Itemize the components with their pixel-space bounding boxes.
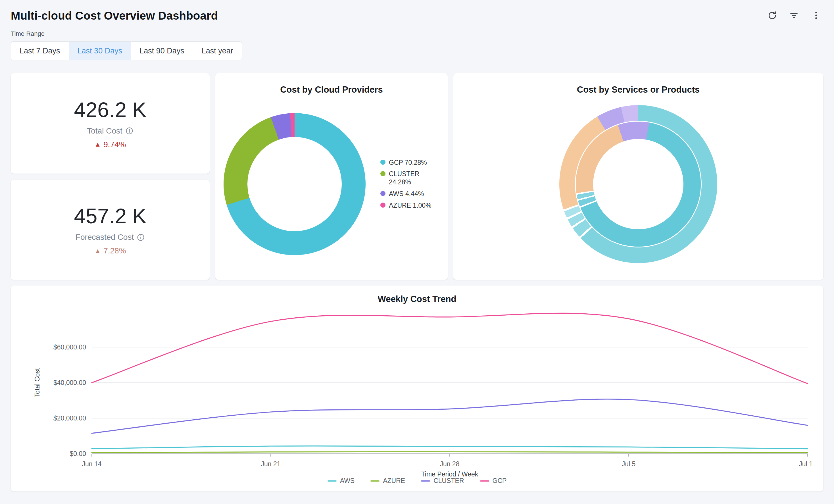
weekly-cost-trend-card: Weekly Cost Trend $0.00$20,000.00$40,000… — [11, 286, 823, 491]
legend-label: AWS 4.44% — [389, 190, 424, 198]
svg-text:Jul 12: Jul 12 — [799, 460, 813, 468]
legend-dot — [380, 191, 386, 196]
legend-item-cluster[interactable]: CLUSTER 24.28% — [380, 170, 439, 187]
legend-label: CLUSTER 24.28% — [389, 170, 439, 187]
cost-by-services-card: Cost by Services or Products — [453, 73, 823, 280]
svg-text:Jun 14: Jun 14 — [82, 460, 102, 468]
forecasted-cost-label: Forecasted Cost — [75, 233, 134, 242]
delta-up-icon: ▲ — [94, 141, 101, 148]
donut-hole — [247, 137, 342, 231]
info-icon[interactable] — [125, 127, 133, 135]
kpi-column: 426.2 K Total Cost ▲ 9.74% 457.2 K Forec… — [11, 73, 210, 280]
legend-line-swatch — [480, 480, 489, 482]
time-range-option-last-year[interactable]: Last year — [193, 42, 242, 60]
provider-chart-title: Cost by Cloud Providers — [222, 85, 441, 95]
svg-text:$0.00: $0.00 — [70, 450, 86, 457]
trend-legend-item-aws[interactable]: AWS — [328, 477, 355, 485]
services-sunburst-chart[interactable] — [559, 105, 717, 263]
legend-dot — [380, 202, 386, 208]
trend-legend-item-cluster[interactable]: CLUSTER — [421, 477, 464, 485]
info-icon[interactable] — [137, 233, 145, 241]
provider-chart-area: GCP 70.28% CLUSTER 24.28% AWS 4.44% AZUR… — [222, 95, 441, 273]
svg-text:Time Period / Week: Time Period / Week — [421, 470, 478, 477]
total-cost-value: 426.2 K — [74, 98, 146, 122]
svg-text:$20,000.00: $20,000.00 — [53, 415, 86, 422]
top-row: 426.2 K Total Cost ▲ 9.74% 457.2 K Forec… — [11, 73, 823, 280]
refresh-icon — [767, 10, 776, 21]
header: Multi-cloud Cost Overview Dashboard — [11, 4, 823, 27]
time-range-option-last-90-days[interactable]: Last 90 Days — [131, 42, 193, 60]
time-range-label: Time Range — [11, 30, 823, 38]
legend-label: AZURE 1.00% — [389, 201, 432, 210]
trend-legend-item-gcp[interactable]: GCP — [480, 477, 507, 485]
time-range-option-last-7-days[interactable]: Last 7 Days — [11, 42, 69, 60]
more-options-button[interactable] — [809, 8, 823, 23]
svg-text:Jul 5: Jul 5 — [622, 460, 636, 468]
services-chart-area — [460, 95, 816, 273]
svg-text:$40,000.00: $40,000.00 — [53, 379, 86, 387]
legend-item-aws[interactable]: AWS 4.44% — [380, 190, 439, 198]
dashboard-page: Multi-cloud Cost Overview Dashboard Time… — [0, 0, 834, 500]
filter-button[interactable] — [787, 8, 801, 23]
legend-dot — [380, 160, 386, 165]
forecasted-cost-card: 457.2 K Forecasted Cost ▲ 7.28% — [11, 180, 210, 280]
svg-text:$60,000.00: $60,000.00 — [53, 344, 86, 351]
provider-legend: GCP 70.28% CLUSTER 24.28% AWS 4.44% AZUR… — [380, 158, 439, 210]
total-cost-delta: ▲ 9.74% — [94, 140, 126, 149]
trend-legend-item-azure[interactable]: AZURE — [370, 477, 405, 485]
legend-label: CLUSTER — [434, 477, 464, 485]
legend-item-azure[interactable]: AZURE 1.00% — [380, 201, 439, 210]
svg-text:Total Cost: Total Cost — [34, 368, 41, 397]
legend-label: AWS — [340, 477, 355, 485]
kebab-menu-icon — [811, 10, 821, 21]
delta-up-icon: ▲ — [94, 248, 101, 254]
legend-line-swatch — [328, 480, 336, 482]
filter-icon — [789, 10, 799, 21]
total-cost-card: 426.2 K Total Cost ▲ 9.74% — [11, 73, 210, 174]
svg-text:Jun 28: Jun 28 — [440, 460, 459, 468]
time-range-selector: Last 7 Days Last 30 Days Last 90 Days La… — [11, 42, 242, 60]
forecasted-cost-delta: ▲ 7.28% — [94, 246, 126, 256]
legend-item-gcp[interactable]: GCP 70.28% — [380, 158, 439, 167]
legend-line-swatch — [421, 480, 430, 482]
legend-line-swatch — [370, 480, 379, 482]
total-cost-delta-value: 9.74% — [103, 140, 126, 149]
forecasted-cost-value: 457.2 K — [74, 204, 146, 228]
legend-label: AZURE — [383, 477, 405, 485]
trend-legend: AWS AZURE CLUSTER GCP — [328, 477, 507, 485]
provider-donut-chart[interactable] — [223, 113, 366, 255]
svg-text:Jun 21: Jun 21 — [261, 460, 280, 468]
page-title: Multi-cloud Cost Overview Dashboard — [11, 9, 218, 22]
weekly-trend-svg[interactable]: $0.00$20,000.00$40,000.00$60,000.00Jun 1… — [21, 306, 813, 477]
sunburst-hole — [594, 140, 683, 228]
header-actions — [765, 8, 823, 23]
trend-chart-title: Weekly Cost Trend — [378, 294, 457, 304]
refresh-button[interactable] — [765, 8, 779, 23]
forecasted-cost-delta-value: 7.28% — [103, 246, 126, 256]
time-range-option-last-30-days[interactable]: Last 30 Days — [69, 42, 131, 60]
services-chart-title: Cost by Services or Products — [460, 85, 816, 95]
legend-dot — [380, 171, 386, 176]
cost-by-provider-card: Cost by Cloud Providers GCP 70.28% CLUST… — [215, 73, 448, 280]
legend-label: GCP 70.28% — [389, 158, 427, 167]
total-cost-label: Total Cost — [87, 127, 123, 135]
legend-label: GCP — [492, 477, 507, 485]
